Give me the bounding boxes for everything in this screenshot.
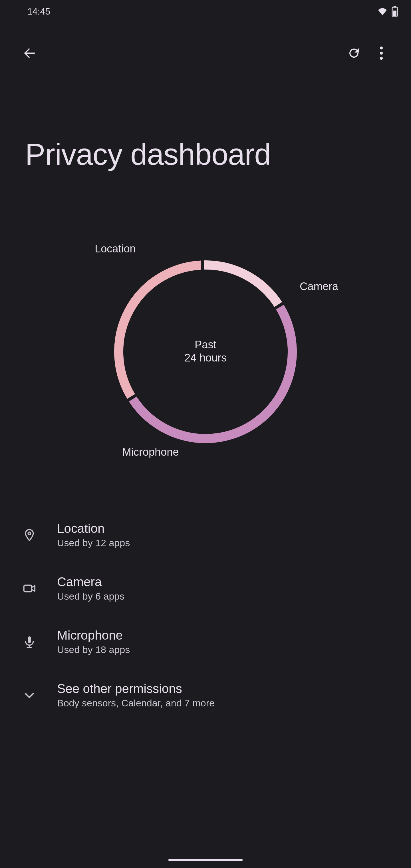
status-time: 14:45: [27, 6, 50, 17]
chevron-down-icon: [23, 689, 57, 702]
battery-icon: [391, 6, 398, 17]
permission-item-microphone[interactable]: Microphone Used by 18 apps: [0, 615, 411, 669]
permission-subtitle: Used by 18 apps: [57, 644, 394, 655]
permission-title: Location: [57, 521, 394, 536]
permission-title: Microphone: [57, 628, 394, 643]
status-bar: 14:45: [0, 0, 411, 23]
permission-title: Camera: [57, 575, 394, 589]
refresh-icon: [347, 46, 361, 60]
more-vert-icon: [380, 46, 383, 60]
permission-list: Location Used by 12 apps Camera Used by …: [0, 508, 411, 722]
back-button[interactable]: [16, 39, 43, 67]
permission-text: Location Used by 12 apps: [57, 521, 394, 549]
wifi-icon: [377, 7, 388, 16]
permission-subtitle: Body sensors, Calendar, and 7 more: [57, 698, 394, 709]
chart-label-microphone: Microphone: [122, 446, 179, 458]
chart-center-label: Past 24 hours: [184, 338, 227, 364]
permission-item-other[interactable]: See other permissions Body sensors, Cale…: [0, 669, 411, 722]
permission-item-camera[interactable]: Camera Used by 6 apps: [0, 562, 411, 615]
svg-rect-2: [393, 10, 397, 16]
svg-point-5: [380, 52, 383, 55]
microphone-icon: [23, 635, 57, 648]
permission-title: See other permissions: [57, 682, 394, 696]
svg-point-6: [380, 57, 383, 60]
permission-subtitle: Used by 12 apps: [57, 537, 394, 549]
chart-label-camera: Camera: [300, 280, 338, 293]
svg-rect-9: [28, 636, 31, 643]
chart-center-line1: Past: [184, 338, 227, 351]
app-bar: [0, 36, 411, 70]
donut-chart: Past 24 hours: [114, 260, 297, 443]
gesture-nav-bar[interactable]: [168, 859, 243, 861]
arrow-back-icon: [23, 46, 37, 60]
permission-text: Microphone Used by 18 apps: [57, 628, 394, 655]
permission-item-location[interactable]: Location Used by 12 apps: [0, 508, 411, 562]
page-title: Privacy dashboard: [25, 137, 271, 172]
more-button[interactable]: [368, 39, 395, 67]
usage-chart: Location Camera Microphone Past 24 hours: [0, 238, 411, 472]
location-icon: [23, 528, 57, 541]
chart-label-location: Location: [95, 243, 136, 255]
permission-text: See other permissions Body sensors, Cale…: [57, 682, 394, 709]
permission-subtitle: Used by 6 apps: [57, 591, 394, 602]
permission-text: Camera Used by 6 apps: [57, 575, 394, 602]
camera-icon: [23, 582, 57, 595]
screen: 14:45: [0, 0, 411, 868]
svg-point-7: [28, 532, 31, 535]
refresh-button[interactable]: [340, 39, 368, 67]
svg-rect-8: [24, 585, 32, 592]
svg-point-4: [380, 46, 383, 50]
svg-rect-1: [393, 6, 396, 8]
chart-center-line2: 24 hours: [184, 351, 227, 364]
status-icons: [377, 6, 398, 17]
